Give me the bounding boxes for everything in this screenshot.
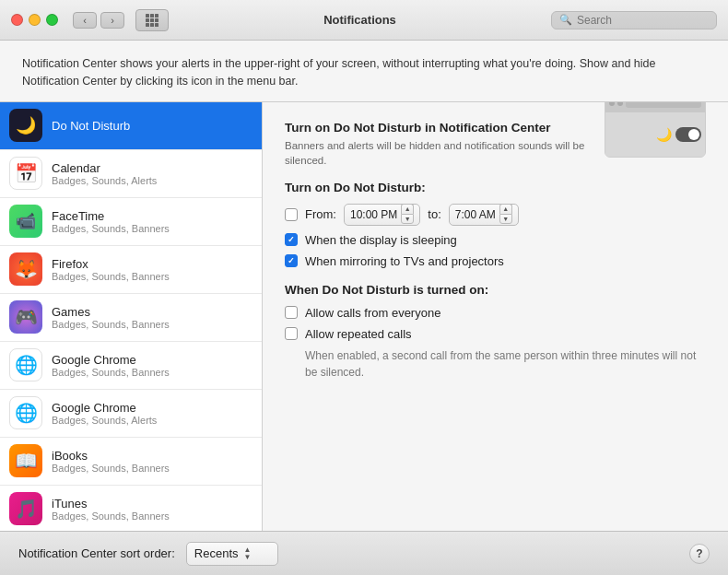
- calendar-name: Calendar: [52, 161, 157, 175]
- search-icon: 🔍: [559, 14, 572, 26]
- to-time-down[interactable]: ▼: [499, 214, 512, 224]
- sidebar-item-chrome-2[interactable]: 🌐 Google Chrome Badges, Sounds, Alerts: [0, 390, 262, 438]
- itunes-sub: Badges, Sounds, Banners: [52, 510, 170, 522]
- search-input[interactable]: [577, 14, 706, 27]
- dnd-preview: 🌙: [605, 102, 706, 158]
- sidebar-item-itunes[interactable]: 🎵 iTunes Badges, Sounds, Banners: [0, 486, 262, 532]
- sidebar-item-do-not-disturb[interactable]: 🌙 Do Not Disturb: [0, 102, 262, 150]
- ibooks-icon: 📖: [9, 444, 42, 477]
- ibooks-name: iBooks: [52, 449, 170, 463]
- dnd-toggle: [675, 127, 701, 142]
- to-time-select[interactable]: 7:00 AM ▲ ▼: [449, 204, 519, 226]
- sidebar-item-calendar[interactable]: 📅 Calendar Badges, Sounds, Alerts: [0, 150, 262, 198]
- right-panel: 🌙 Turn on Do Not Disturb in Notification…: [263, 102, 728, 532]
- help-button[interactable]: ?: [689, 544, 710, 564]
- schedule-checkbox[interactable]: [285, 208, 298, 221]
- from-time-down[interactable]: ▼: [401, 214, 414, 224]
- allow-repeated-row: Allow repeated calls: [285, 327, 706, 341]
- sidebar-item-ibooks[interactable]: 📖 iBooks Badges, Sounds, Banners: [0, 438, 262, 486]
- itunes-name: iTunes: [52, 497, 170, 510]
- chrome-2-text: Google Chrome Badges, Sounds, Alerts: [52, 401, 157, 426]
- sort-label: Notification Center sort order:: [18, 546, 175, 560]
- facetime-emoji: 📹: [16, 211, 36, 231]
- sidebar-item-facetime[interactable]: 📹 FaceTime Badges, Sounds, Banners: [0, 198, 262, 246]
- sidebar: 🌙 Do Not Disturb 📅 Calendar Badges, Soun…: [0, 102, 263, 532]
- allow-calls-checkbox[interactable]: [285, 306, 298, 319]
- main-content: Notification Center shows your alerts in…: [0, 41, 728, 531]
- close-button[interactable]: [11, 14, 23, 26]
- allow-calls-row: Allow calls from everyone: [285, 306, 706, 320]
- maximize-button[interactable]: [46, 14, 58, 26]
- sort-select[interactable]: Recents ▲ ▼: [186, 542, 278, 566]
- to-time-stepper: ▲ ▼: [499, 204, 512, 226]
- allow-repeated-checkbox[interactable]: [285, 327, 298, 340]
- ibooks-emoji: 📖: [15, 450, 38, 472]
- mirroring-label: When mirroring to TVs and projectors: [305, 254, 504, 268]
- from-to-row: From: 10:00 PM ▲ ▼ to: 7:00 AM ▲ ▼: [285, 204, 706, 226]
- ibooks-text: iBooks Badges, Sounds, Banners: [52, 449, 170, 474]
- mirroring-checkbox[interactable]: [285, 254, 298, 267]
- firefox-text: Firefox Badges, Sounds, Banners: [52, 257, 170, 282]
- to-label: to:: [428, 207, 440, 221]
- facetime-name: FaceTime: [52, 209, 170, 223]
- dnd-icon: 🌙: [9, 109, 42, 142]
- facetime-sub: Badges, Sounds, Banners: [52, 223, 170, 234]
- to-time-up[interactable]: ▲: [499, 204, 512, 214]
- firefox-icon: 🦊: [9, 252, 42, 286]
- dnd-preview-body: 🌙: [605, 112, 705, 157]
- dnd-text: Do Not Disturb: [52, 119, 130, 133]
- games-icon: 🎮: [9, 300, 42, 334]
- games-emoji: 🎮: [15, 306, 38, 328]
- from-time-stepper: ▲ ▼: [401, 204, 414, 226]
- traffic-lights: [11, 14, 58, 26]
- chrome-1-sub: Badges, Sounds, Banners: [52, 367, 170, 378]
- repeated-sub-text: When enabled, a second call from the sam…: [305, 346, 706, 380]
- forward-button[interactable]: ›: [100, 12, 124, 29]
- chrome-2-sub: Badges, Sounds, Alerts: [52, 415, 157, 426]
- from-time-up[interactable]: ▲: [401, 204, 414, 214]
- chrome-icon-1: 🌐: [9, 348, 42, 381]
- sidebar-item-firefox[interactable]: 🦊 Firefox Badges, Sounds, Banners: [0, 246, 262, 294]
- from-time-select[interactable]: 10:00 PM ▲ ▼: [344, 204, 420, 226]
- facetime-text: FaceTime Badges, Sounds, Banners: [52, 209, 170, 234]
- calendar-icon: 📅: [9, 157, 42, 190]
- chrome-emoji-2: 🌐: [15, 402, 38, 424]
- pane: 🌙 Do Not Disturb 📅 Calendar Badges, Soun…: [0, 101, 728, 532]
- bottom-bar: Notification Center sort order: Recents …: [0, 531, 728, 575]
- sidebar-item-games[interactable]: 🎮 Games Badges, Sounds, Banners: [0, 294, 262, 342]
- chrome-emoji-1: 🌐: [15, 354, 38, 376]
- sidebar-item-chrome-1[interactable]: 🌐 Google Chrome Badges, Sounds, Banners: [0, 342, 262, 390]
- games-text: Games Badges, Sounds, Banners: [52, 305, 170, 330]
- dnd-preview-bar: [605, 102, 705, 112]
- dnd-moon-icon: 🌙: [656, 127, 672, 142]
- chrome-2-name: Google Chrome: [52, 401, 157, 415]
- chrome-icon-2: 🌐: [9, 396, 42, 429]
- dnd-name: Do Not Disturb: [52, 119, 130, 133]
- window-title: Notifications: [176, 13, 544, 27]
- firefox-emoji: 🦊: [15, 258, 38, 280]
- firefox-sub: Badges, Sounds, Banners: [52, 271, 170, 282]
- display-sleeping-checkbox[interactable]: [285, 233, 298, 246]
- games-name: Games: [52, 305, 170, 319]
- to-time-value: 7:00 AM: [455, 208, 496, 221]
- minimize-button[interactable]: [29, 14, 41, 26]
- facetime-icon: 📹: [9, 205, 42, 238]
- itunes-emoji: 🎵: [15, 498, 38, 520]
- preview-dot-1: [609, 102, 615, 106]
- itunes-text: iTunes Badges, Sounds, Banners: [52, 497, 170, 522]
- mirroring-row: When mirroring to TVs and projectors: [285, 254, 706, 268]
- chrome-1-text: Google Chrome Badges, Sounds, Banners: [52, 353, 170, 378]
- grid-view-button[interactable]: [135, 9, 169, 31]
- back-button[interactable]: ‹: [73, 12, 97, 29]
- games-sub: Badges, Sounds, Banners: [52, 319, 170, 330]
- turn-on-label: Turn on Do Not Disturb:: [285, 181, 706, 194]
- calendar-sub: Badges, Sounds, Alerts: [52, 175, 157, 186]
- allow-calls-label: Allow calls from everyone: [305, 306, 440, 320]
- sort-value: Recents: [194, 546, 239, 560]
- titlebar: ‹ › Notifications 🔍: [0, 0, 728, 41]
- display-sleeping-row: When the display is sleeping: [285, 233, 706, 247]
- display-sleeping-label: When the display is sleeping: [305, 233, 457, 247]
- search-bar[interactable]: 🔍: [551, 11, 717, 29]
- repeated-sub: When enabled, a second call from the sam…: [305, 349, 696, 379]
- dnd-toggle-knob: [688, 129, 699, 140]
